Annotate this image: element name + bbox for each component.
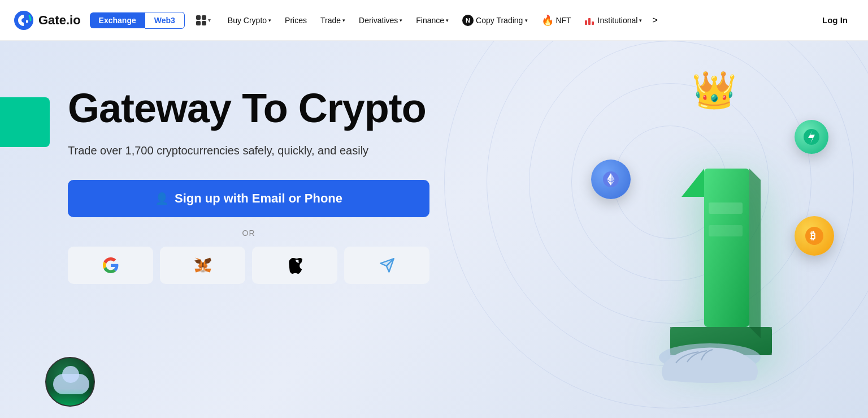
svg-rect-35 [709, 202, 743, 214]
nft-flame-icon: 🔥 [541, 14, 554, 27]
metamask-icon [194, 257, 211, 273]
globe-glow [46, 389, 94, 406]
or-divider: OR [68, 229, 429, 238]
finance-chevron: ▾ [446, 18, 449, 23]
coin-other [795, 120, 828, 154]
coin-btc: ₿ [795, 216, 834, 256]
signup-user-icon: 👤 [155, 192, 169, 205]
buy-crypto-link[interactable]: Buy Crypto ▾ [222, 12, 277, 28]
trade-chevron: ▾ [342, 18, 345, 23]
hand-svg [648, 341, 772, 386]
social-login-buttons [68, 247, 429, 284]
lightning-icon [802, 128, 821, 146]
svg-marker-23 [201, 270, 204, 273]
grid-menu-icon[interactable]: ▾ [196, 15, 211, 25]
login-button[interactable]: Log In [815, 12, 854, 28]
telegram-icon [379, 257, 395, 273]
web3-tab[interactable]: Web3 [145, 12, 185, 29]
apple-icon [288, 257, 302, 274]
google-login-button[interactable] [68, 247, 153, 284]
institutional-chart-icon [585, 16, 596, 25]
logo-icon [14, 10, 34, 31]
nav-links: Buy Crypto ▾ Prices Trade ▾ Derivatives … [222, 11, 815, 30]
pedestal [648, 341, 772, 386]
globe-avatar [45, 357, 95, 407]
metamask-login-button[interactable] [160, 247, 245, 284]
hero-title: Gateway To Crypto [68, 86, 429, 131]
telegram-login-button[interactable] [344, 247, 429, 284]
copy-trading-chevron: ▾ [525, 18, 528, 23]
crown-icon: 👑 [692, 69, 737, 111]
nav-tabs: Exchange Web3 [90, 12, 185, 29]
svg-rect-33 [704, 169, 749, 327]
hero-subtitle: Trade over 1,700 cryptocurrencies safely… [68, 144, 429, 157]
eth-icon [602, 170, 620, 188]
exchange-tab[interactable]: Exchange [90, 12, 145, 28]
svg-marker-28 [194, 260, 201, 264]
number-one [648, 169, 772, 363]
finance-link[interactable]: Finance ▾ [410, 12, 454, 28]
logo-text: Gate.io [38, 13, 81, 28]
trade-link[interactable]: Trade ▾ [315, 12, 351, 28]
more-button[interactable]: > [650, 12, 659, 29]
btc-icon: ₿ [804, 226, 824, 246]
coin-eth [591, 160, 631, 199]
google-icon [103, 257, 119, 273]
hero-section: Gateway To Crypto Trade over 1,700 crypt… [0, 41, 868, 418]
signup-button[interactable]: 👤 Sign up with Email or Phone [68, 180, 429, 217]
grid-chevron-icon: ▾ [208, 17, 211, 23]
apple-login-button[interactable] [252, 247, 337, 284]
copy-trading-link[interactable]: N Copy Trading ▾ [457, 11, 533, 29]
prices-link[interactable]: Prices [279, 12, 313, 28]
logo[interactable]: Gate.io [14, 10, 81, 31]
nft-link[interactable]: 🔥 NFT [536, 11, 576, 30]
navbar: Gate.io Exchange Web3 ▾ Buy Crypto ▾ Pri… [0, 0, 868, 41]
hero-illustration: 👑 ₿ [574, 58, 845, 397]
derivatives-chevron: ▾ [400, 18, 402, 23]
buy-crypto-chevron: ▾ [268, 18, 271, 23]
copy-trading-n-icon: N [462, 15, 474, 26]
svg-text:₿: ₿ [810, 230, 815, 242]
svg-marker-24 [202, 262, 204, 267]
institutional-link[interactable]: Institutional ▾ [579, 12, 648, 28]
number-one-svg [648, 169, 772, 361]
derivatives-link[interactable]: Derivatives ▾ [353, 12, 408, 28]
svg-rect-36 [709, 225, 743, 236]
svg-marker-27 [205, 258, 211, 264]
institutional-chevron: ▾ [639, 18, 642, 23]
